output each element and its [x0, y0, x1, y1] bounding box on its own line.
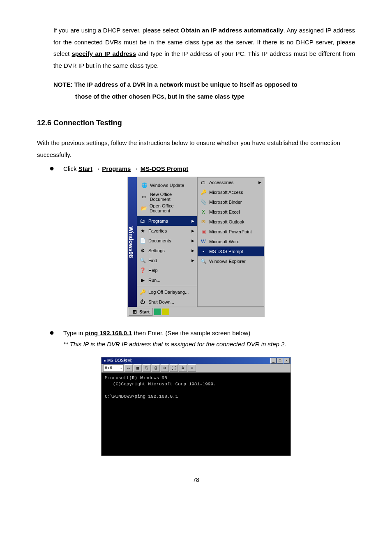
start-label: Start: [78, 165, 92, 172]
font-size-dropdown[interactable]: 8x6▾: [103, 364, 124, 372]
page-content: If you are using a DHCP server, please s…: [0, 0, 392, 500]
toolbar-button[interactable]: ⛶: [170, 364, 178, 372]
arrow: →: [92, 165, 102, 172]
start-button[interactable]: ⊞Start: [129, 308, 152, 316]
settings-icon: ⚙: [139, 247, 146, 254]
console-line: C:\WINDOWS>ping 192.168.0.1: [105, 394, 178, 399]
submenu-binder[interactable]: 📎Microsoft Binder: [198, 197, 264, 207]
label: Run...: [148, 278, 160, 283]
menu-open-office-document[interactable]: 📂Open Office Document: [138, 203, 195, 214]
bullet-ping: ● Type in ping 192.168.0.1 then Enter. (…: [37, 327, 355, 350]
msdos-titlebar: ▪ MS-DOS模式 _ □ ×: [101, 357, 291, 364]
doc-icon: ▭: [141, 193, 148, 200]
menu-shutdown[interactable]: ⏻Shut Down...: [137, 297, 197, 307]
ping-note: ** This IP is the DVR IP address that is…: [63, 341, 286, 348]
menu-windows-update[interactable]: 🌐Windows Update: [138, 180, 195, 191]
label: Documents: [148, 238, 171, 243]
label: Favorites: [148, 228, 167, 233]
windows98-stripe: Windows98: [128, 177, 137, 307]
toolbar-button[interactable]: ▭: [125, 364, 133, 372]
shutdown-icon: ⏻: [139, 299, 146, 305]
label: Help: [148, 268, 158, 273]
word-icon: W: [200, 238, 207, 245]
favorites-icon: ★: [139, 228, 146, 234]
maximize-button[interactable]: □: [277, 358, 283, 364]
minimize-button[interactable]: _: [270, 358, 277, 364]
toolbar-button[interactable]: ≡: [188, 364, 196, 372]
tray-icon[interactable]: [154, 309, 161, 315]
toolbar-button[interactable]: ▦: [134, 364, 142, 372]
window-title: MS-DOS模式: [107, 358, 132, 364]
chevron-right-icon: ▶: [258, 180, 261, 184]
label: New Office Document: [150, 192, 193, 202]
access-icon: 🔑: [200, 189, 207, 196]
menu-run[interactable]: ▶Run...: [137, 275, 197, 285]
help-icon: ❓: [139, 267, 146, 274]
msdos-toolbar: 8x6▾ ▭ ▦ ⎘ ⎙ ⚙ ⛶ A ≡: [101, 364, 291, 373]
msdos-console[interactable]: Microsoft(R) Windows 98 (C)Copyright Mic…: [101, 373, 291, 456]
msdos-window: ▪ MS-DOS模式 _ □ × 8x6▾ ▭ ▦ ⎘ ⎙ ⚙ ⛶ A ≡ Mi…: [101, 357, 291, 456]
open-icon: 📂: [141, 205, 147, 212]
submenu-word[interactable]: WMicrosoft Word: [198, 237, 264, 246]
menu-favorites[interactable]: ★Favorites▶: [137, 226, 197, 236]
submenu-accessories[interactable]: 🗀Accessories▶: [198, 177, 264, 187]
submenu-excel[interactable]: XMicrosoft Excel: [198, 207, 264, 217]
bullet-text: Type in ping 192.168.0.1 then Enter. (Se…: [63, 327, 286, 350]
label: Microsoft Word: [209, 239, 240, 244]
label: Shut Down...: [148, 299, 174, 304]
label: Microsoft PowerPoint: [209, 229, 252, 234]
msdos-icon: ▪: [200, 248, 207, 255]
paragraph-dhcp: If you are using a DHCP server, please s…: [37, 25, 355, 71]
bullet-icon: ●: [49, 164, 54, 172]
chevron-right-icon: ▶: [191, 239, 194, 243]
obtain-ip-label: Obtain an IP address automatically: [180, 27, 283, 34]
find-icon: 🔍: [139, 257, 146, 264]
submenu-windows-explorer[interactable]: 🔍Windows Explorer: [198, 256, 264, 266]
start-menu-screenshot: Windows98 🌐Windows Update ▭New Office Do…: [127, 177, 265, 317]
label: 8x6: [105, 366, 112, 371]
submenu-msdos-prompt[interactable]: ▪MS-DOS Prompt: [198, 246, 264, 256]
documents-icon: 📄: [139, 237, 146, 244]
programs-label: Programs: [102, 165, 131, 172]
label: Windows Explorer: [209, 259, 246, 264]
menu-find[interactable]: 🔍Find▶: [137, 256, 197, 265]
submenu-access[interactable]: 🔑Microsoft Access: [198, 187, 264, 197]
submenu-outlook[interactable]: ✉Microsoft Outlook: [198, 217, 264, 227]
label: MS-DOS Prompt: [209, 249, 243, 254]
page-number: 78: [37, 477, 355, 483]
label: Microsoft Outlook: [209, 219, 244, 224]
toolbar-button[interactable]: A: [179, 364, 187, 372]
menu-settings[interactable]: ⚙Settings▶: [137, 246, 197, 256]
menu-programs[interactable]: 🗂Programs▶: [137, 216, 197, 226]
outlook-icon: ✉: [200, 219, 207, 225]
label: Settings: [148, 248, 165, 253]
label: Open Office Document: [150, 203, 193, 213]
paragraph-intro: With the previous settings, follow the i…: [37, 137, 355, 161]
close-button[interactable]: ×: [284, 358, 290, 364]
text: If you are using a DHCP server, please s…: [53, 27, 180, 34]
text: then Enter. (See the sample screen below…: [132, 329, 251, 336]
label: Start: [139, 309, 150, 314]
submenu-powerpoint[interactable]: ▣Microsoft PowerPoint: [198, 227, 264, 237]
note-line2: those of the other chosen PCs, but in th…: [53, 91, 355, 103]
tray-icon[interactable]: [162, 309, 169, 315]
label: Microsoft Access: [209, 190, 243, 195]
bullet-start-programs: ● Click Start → Programs → MS-DOS Prompt: [37, 163, 355, 174]
label: Programs: [148, 219, 168, 223]
menu-documents[interactable]: 📄Documents▶: [137, 236, 197, 246]
menu-new-office-document[interactable]: ▭New Office Document: [138, 191, 195, 203]
explorer-icon: 🔍: [200, 258, 207, 265]
menu-help[interactable]: ❓Help: [137, 265, 197, 275]
excel-icon: X: [200, 209, 207, 215]
run-icon: ▶: [139, 277, 146, 283]
window-buttons: _ □ ×: [270, 358, 290, 364]
toolbar-button[interactable]: ⚙: [161, 364, 169, 372]
arrow: →: [131, 165, 140, 172]
section-heading: 12.6 Connection Testing: [37, 119, 355, 127]
start-menu-column: 🌐Windows Update ▭New Office Document 📂Op…: [137, 177, 197, 307]
menu-logoff[interactable]: 🔑Log Off Darlayang...: [137, 287, 197, 297]
label: Microsoft Excel: [209, 210, 240, 214]
msdos-label: MS-DOS Prompt: [141, 165, 189, 172]
toolbar-button[interactable]: ⎘: [143, 364, 151, 372]
toolbar-button[interactable]: ⎙: [152, 364, 160, 372]
